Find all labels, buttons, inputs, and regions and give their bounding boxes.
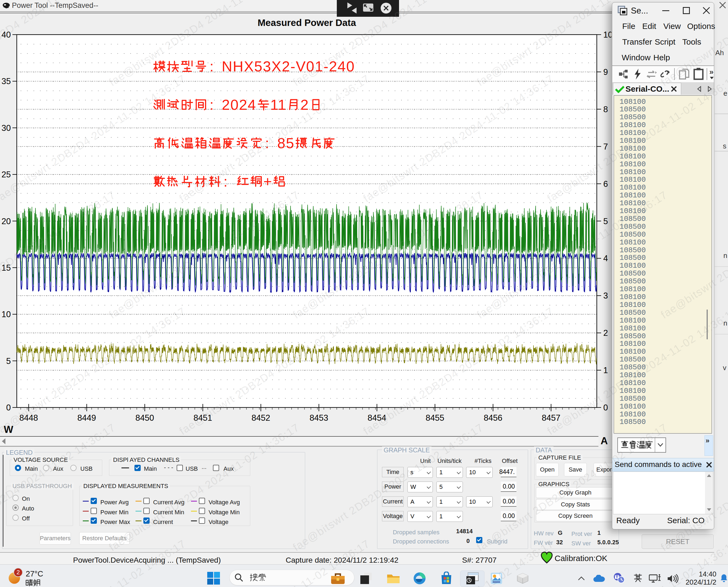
svg-text:0: 0 [6,403,11,412]
svg-text:8452: 8452 [252,413,270,423]
svg-text:2: 2 [603,328,608,338]
svg-text:7: 7 [603,142,608,151]
svg-text:0: 0 [603,403,608,412]
svg-text:30: 30 [2,123,11,133]
svg-text:8450: 8450 [136,413,154,423]
svg-text:1: 1 [603,366,608,375]
svg-text:20: 20 [2,217,11,226]
svg-text:8455: 8455 [426,413,444,423]
svg-text:6: 6 [603,179,608,189]
svg-text:25: 25 [2,170,11,179]
svg-text:5: 5 [6,356,11,366]
svg-text:3: 3 [603,291,608,300]
svg-text:4: 4 [603,254,608,263]
svg-text:10: 10 [2,310,11,319]
svg-text:8449: 8449 [77,413,96,423]
svg-text:35: 35 [2,76,11,86]
svg-text:8453: 8453 [310,413,328,423]
svg-text:8456: 8456 [484,413,502,423]
svg-text:10: 10 [603,30,611,40]
svg-text:9: 9 [603,67,608,77]
svg-text:8: 8 [603,104,608,114]
